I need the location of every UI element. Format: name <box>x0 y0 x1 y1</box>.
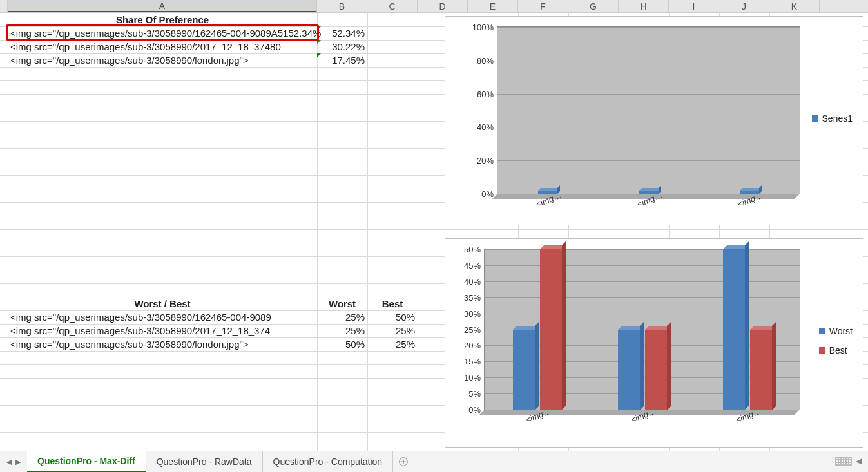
sheet-tab[interactable]: QuestionPro - Computation <box>263 451 394 473</box>
bar-Worst-0 <box>513 330 535 410</box>
share-title[interactable]: Share Of Preference <box>8 13 317 26</box>
bar-Best-0 <box>540 249 562 410</box>
wb-worst[interactable]: 25% <box>317 324 367 337</box>
plus-icon <box>399 457 408 466</box>
column-header-D[interactable]: D <box>418 0 468 12</box>
share-row-label[interactable]: <img src="/qp_userimages/sub-3/3058990/1… <box>8 26 330 40</box>
legend-label: Series1 <box>822 113 853 124</box>
legend-label: Best <box>829 345 847 355</box>
column-header-F[interactable]: F <box>518 0 568 12</box>
best-header[interactable]: Best <box>367 297 418 310</box>
legend-swatch <box>819 328 825 334</box>
share-row-label[interactable]: <img src="/qp_userimages/sub-3/3058990/2… <box>8 40 330 53</box>
chart-worst-best[interactable]: 0%5%10%15%20%25%30%35%40%45%50%<img…<img… <box>445 238 863 448</box>
column-header-E[interactable]: E <box>468 0 518 12</box>
bar-Worst-2 <box>723 249 745 410</box>
chart2-legend: Worst Best <box>819 326 853 355</box>
column-header-K[interactable]: K <box>769 0 820 12</box>
wb-worst[interactable]: 50% <box>317 337 367 351</box>
tab-scroll-right-icon[interactable]: ▶ <box>15 458 21 466</box>
sheet-scroll-buttons[interactable]: ◀ ▶ <box>0 458 27 466</box>
horizontal-scroll-indicator[interactable]: ◀ <box>835 457 862 466</box>
bar-Series1-2 <box>740 191 759 194</box>
bar-Series1-0 <box>538 191 557 194</box>
wb-row-label[interactable]: <img src="/qp_userimages/sub-3/3058990/2… <box>8 324 317 337</box>
bar-Best-1 <box>645 330 667 410</box>
chart1-legend: Series1 <box>812 113 853 124</box>
column-headers: ABCDEFGHIJK <box>0 0 868 13</box>
tab-scroll-left-icon[interactable]: ◀ <box>6 458 12 466</box>
plot-area-1: 0%20%40%60%80%100%<img…<img…<img… <box>497 26 800 194</box>
add-sheet-button[interactable] <box>393 457 414 466</box>
column-header-C[interactable]: C <box>367 0 418 12</box>
legend-label: Worst <box>829 326 853 336</box>
wb-row-label[interactable]: <img src="/qp_userimages/sub-3/3058990/l… <box>8 337 317 351</box>
wb-best[interactable]: 25% <box>367 337 418 351</box>
bar-Worst-1 <box>618 330 640 410</box>
legend-swatch <box>819 347 825 354</box>
wb-best[interactable]: 25% <box>367 324 418 337</box>
chart-share-of-preference[interactable]: 0%20%40%60%80%100%<img…<img…<img… Series… <box>445 16 863 225</box>
plot-area-2: 0%5%10%15%20%25%30%35%40%45%50%<img…<img… <box>484 249 800 410</box>
legend-swatch <box>812 115 818 122</box>
column-header-A[interactable]: A <box>8 0 317 12</box>
worst-best-title[interactable]: Worst / Best <box>8 297 317 310</box>
worst-header[interactable]: Worst <box>317 297 367 310</box>
sheet-tab[interactable]: QuestionPro - RawData <box>146 451 263 473</box>
wb-row-label[interactable]: <img src="/qp_userimages/sub-3/3058990/1… <box>8 310 317 324</box>
share-row-pct[interactable]: 30.22% <box>317 40 367 53</box>
share-row-label[interactable]: <img src="/qp_userimages/sub-3/3058990/l… <box>8 53 317 67</box>
column-header-H[interactable]: H <box>619 0 669 12</box>
share-row-pct[interactable]: 52.34% <box>317 26 367 40</box>
share-row-pct[interactable]: 17.45% <box>317 53 367 67</box>
sheet-tabs-bar: ◀ ▶ QuestionPro - Max-DiffQuestionPro - … <box>0 451 868 472</box>
sheet-tab[interactable]: QuestionPro - Max-Diff <box>27 451 146 472</box>
bar-Best-2 <box>750 330 772 410</box>
wb-best[interactable]: 50% <box>367 310 418 324</box>
column-header-B[interactable]: B <box>317 0 367 12</box>
column-header-G[interactable]: G <box>568 0 619 12</box>
column-header-J[interactable]: J <box>719 0 769 12</box>
column-header-I[interactable]: I <box>669 0 719 12</box>
wb-worst[interactable]: 25% <box>317 310 367 324</box>
bar-Series1-1 <box>639 191 659 194</box>
